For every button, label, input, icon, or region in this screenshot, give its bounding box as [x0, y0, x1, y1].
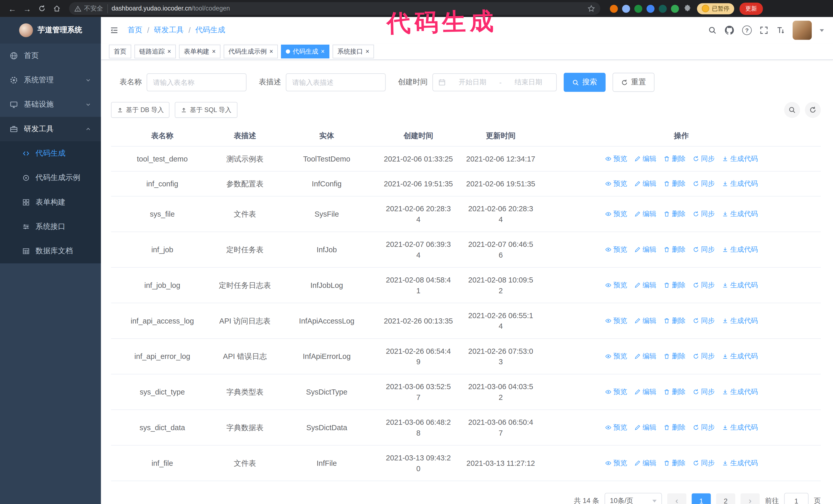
date-range-picker[interactable]: 开始日期 - 结束日期 — [432, 73, 557, 91]
goto-page-input[interactable] — [784, 493, 808, 504]
table-name-input[interactable] — [147, 73, 246, 91]
delete-link[interactable]: 删除 — [663, 178, 686, 189]
search-icon[interactable] — [708, 26, 717, 34]
preview-link[interactable]: 预览 — [605, 244, 627, 255]
breadcrumb-home[interactable]: 首页 — [127, 25, 142, 35]
generate-code-link[interactable]: 生成代码 — [722, 178, 758, 189]
table-desc-input[interactable] — [286, 73, 386, 91]
generate-code-link[interactable]: 生成代码 — [722, 387, 758, 397]
close-icon[interactable]: × — [269, 48, 273, 55]
avatar-caret-icon[interactable] — [820, 29, 824, 31]
sidebar-item-devtools[interactable]: 研发工具 — [0, 117, 101, 141]
preview-link[interactable]: 预览 — [605, 280, 627, 290]
generate-code-link[interactable]: 生成代码 — [722, 351, 758, 361]
sidebar-item-codegen[interactable]: 代码生成 — [0, 141, 101, 166]
generate-code-link[interactable]: 生成代码 — [722, 209, 758, 219]
extension-icon[interactable] — [659, 5, 667, 13]
page-size-select[interactable]: 10条/页 — [604, 493, 662, 504]
sidebar-item-api[interactable]: 系统接口 — [0, 215, 101, 239]
extension-icon[interactable] — [634, 5, 642, 13]
sidebar-item-infra[interactable]: 基础设施 — [0, 92, 101, 117]
refresh-table-button[interactable] — [805, 102, 821, 118]
close-icon[interactable]: × — [321, 48, 325, 55]
sidebar-fold-button[interactable] — [110, 26, 118, 34]
edit-link[interactable]: 编辑 — [634, 178, 657, 189]
text-size-icon[interactable] — [776, 26, 785, 34]
paused-badge[interactable]: 已暂停 — [697, 3, 734, 14]
import-db-button[interactable]: 基于 DB 导入 — [111, 102, 170, 118]
delete-link[interactable]: 删除 — [663, 209, 686, 219]
edit-link[interactable]: 编辑 — [634, 387, 657, 397]
sync-link[interactable]: 同步 — [693, 153, 715, 164]
sidebar-item-form-builder[interactable]: 表单构建 — [0, 190, 101, 215]
next-page-button[interactable]: › — [740, 494, 760, 504]
page-button-2[interactable]: 2 — [716, 494, 735, 504]
sync-link[interactable]: 同步 — [693, 351, 715, 361]
generate-code-link[interactable]: 生成代码 — [722, 153, 758, 164]
security-warning[interactable]: 不安全 — [74, 4, 108, 13]
preview-link[interactable]: 预览 — [605, 387, 627, 397]
sync-link[interactable]: 同步 — [693, 280, 715, 290]
edit-link[interactable]: 编辑 — [634, 458, 657, 469]
address-bar[interactable]: 不安全 dashboard.yudao.iocoder.cn/tool/code… — [69, 2, 600, 15]
browser-update-button[interactable]: 更新 — [739, 2, 763, 15]
edit-link[interactable]: 编辑 — [634, 280, 657, 290]
generate-code-link[interactable]: 生成代码 — [722, 280, 758, 290]
browser-forward-button[interactable]: → — [20, 2, 34, 16]
sync-link[interactable]: 同步 — [693, 422, 715, 433]
generate-code-link[interactable]: 生成代码 — [722, 244, 758, 255]
sync-link[interactable]: 同步 — [693, 387, 715, 397]
bookmark-star-icon[interactable] — [588, 5, 595, 12]
preview-link[interactable]: 预览 — [605, 458, 627, 469]
close-icon[interactable]: × — [167, 48, 171, 55]
browser-home-button[interactable] — [50, 2, 64, 16]
sidebar-item-home[interactable]: 首页 — [0, 44, 101, 68]
extension-icon[interactable] — [646, 5, 654, 13]
edit-link[interactable]: 编辑 — [634, 316, 657, 326]
prev-page-button[interactable]: ‹ — [667, 494, 686, 504]
sync-link[interactable]: 同步 — [693, 458, 715, 469]
close-icon[interactable]: × — [212, 48, 216, 55]
generate-code-link[interactable]: 生成代码 — [722, 422, 758, 433]
delete-link[interactable]: 删除 — [663, 153, 686, 164]
delete-link[interactable]: 删除 — [663, 280, 686, 290]
sidebar-item-db-doc[interactable]: 数据库文档 — [0, 239, 101, 263]
tab-home[interactable]: 首页 — [109, 45, 131, 58]
preview-link[interactable]: 预览 — [605, 351, 627, 361]
extensions-puzzle-icon[interactable] — [683, 4, 691, 13]
preview-link[interactable]: 预览 — [605, 178, 627, 189]
help-icon[interactable]: ? — [742, 25, 752, 35]
generate-code-link[interactable]: 生成代码 — [722, 316, 758, 326]
extension-icon[interactable] — [610, 5, 618, 13]
delete-link[interactable]: 删除 — [663, 351, 686, 361]
preview-link[interactable]: 预览 — [605, 209, 627, 219]
toggle-search-button[interactable] — [784, 102, 800, 118]
browser-reload-button[interactable] — [35, 2, 49, 16]
sync-link[interactable]: 同步 — [693, 244, 715, 255]
edit-link[interactable]: 编辑 — [634, 209, 657, 219]
fullscreen-icon[interactable] — [760, 26, 768, 34]
delete-link[interactable]: 删除 — [663, 422, 686, 433]
generate-code-link[interactable]: 生成代码 — [722, 458, 758, 469]
breadcrumb-devtools[interactable]: 研发工具 — [154, 25, 184, 35]
close-icon[interactable]: × — [365, 48, 369, 55]
extension-icon[interactable] — [671, 5, 679, 13]
sidebar-item-codegen-example[interactable]: 代码生成示例 — [0, 166, 101, 190]
preview-link[interactable]: 预览 — [605, 153, 627, 164]
edit-link[interactable]: 编辑 — [634, 422, 657, 433]
tab-api[interactable]: 系统接口 × — [333, 45, 374, 58]
delete-link[interactable]: 删除 — [663, 387, 686, 397]
tab-tracing[interactable]: 链路追踪 × — [134, 45, 176, 58]
preview-link[interactable]: 预览 — [605, 316, 627, 326]
avatar[interactable] — [792, 21, 812, 40]
sync-link[interactable]: 同步 — [693, 316, 715, 326]
browser-back-button[interactable]: ← — [5, 2, 19, 16]
tab-codegen[interactable]: 代码生成 × — [281, 45, 330, 58]
tab-codegen-example[interactable]: 代码生成示例 × — [224, 45, 278, 58]
sync-link[interactable]: 同步 — [693, 178, 715, 189]
preview-link[interactable]: 预览 — [605, 422, 627, 433]
import-sql-button[interactable]: 基于 SQL 导入 — [175, 102, 237, 118]
page-button-1[interactable]: 1 — [692, 494, 711, 504]
github-icon[interactable] — [724, 25, 734, 35]
sidebar-item-system[interactable]: 系统管理 — [0, 68, 101, 92]
